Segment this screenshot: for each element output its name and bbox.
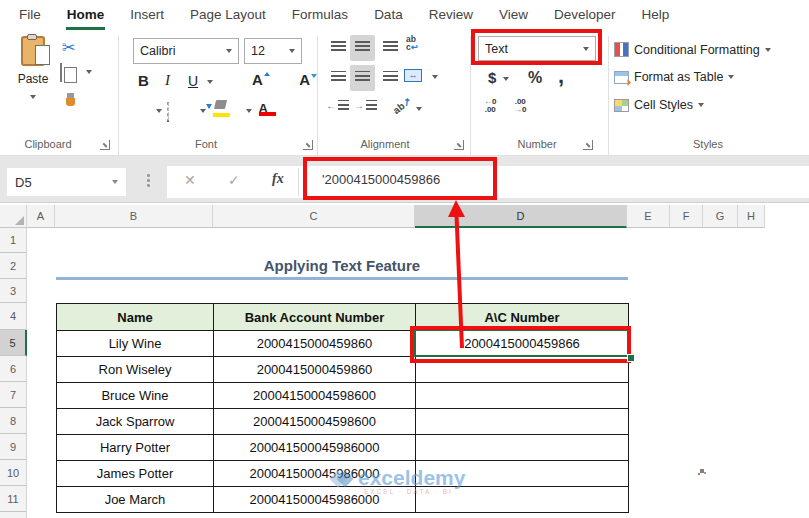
align-left-button[interactable]: [326, 65, 351, 91]
row-header-10[interactable]: 10: [0, 460, 27, 486]
number-dialog-launcher-icon[interactable]: [583, 140, 593, 150]
underline-button[interactable]: U: [188, 73, 198, 89]
fill-handle[interactable]: [627, 354, 635, 362]
row-header-3[interactable]: 3: [0, 279, 27, 303]
borders-chevron-icon[interactable]: [156, 109, 162, 113]
tab-help[interactable]: Help: [629, 0, 683, 30]
enter-button[interactable]: ✓: [228, 172, 240, 188]
column-header-b[interactable]: B: [55, 205, 213, 228]
column-header-f[interactable]: F: [670, 205, 703, 228]
bold-button[interactable]: B: [138, 72, 149, 89]
table-header-account[interactable]: Bank Account Number: [214, 304, 416, 331]
borders-button[interactable]: [167, 102, 169, 122]
cut-icon[interactable]: ✂: [62, 40, 75, 56]
text-orientation-button[interactable]: ab↗: [391, 95, 414, 116]
copy-chevron-icon[interactable]: [86, 70, 92, 74]
cell-b5-name[interactable]: Lily Wine: [57, 331, 214, 357]
currency-chevron-icon[interactable]: [503, 77, 509, 81]
font-color-button[interactable]: A: [259, 99, 268, 116]
tab-view[interactable]: View: [486, 0, 541, 30]
column-header-e[interactable]: E: [627, 205, 670, 228]
cell-b6-name[interactable]: Ron Wiseley: [57, 357, 214, 383]
cell-b9-name[interactable]: Harry Potter: [57, 435, 214, 461]
font-dialog-launcher-icon[interactable]: [303, 140, 313, 150]
merge-center-button[interactable]: ↔: [404, 69, 422, 82]
decrease-indent-button[interactable]: ←: [326, 100, 349, 111]
clipboard-dialog-launcher-icon[interactable]: [100, 140, 110, 150]
tab-data[interactable]: Data: [361, 0, 416, 30]
tab-page-layout[interactable]: Page Layout: [177, 0, 279, 30]
column-header-g[interactable]: G: [703, 205, 738, 228]
decrease-decimal-button[interactable]: .00 →0: [514, 98, 526, 114]
cell-c6-account[interactable]: 2000415000459860: [214, 357, 416, 383]
cancel-button[interactable]: ✕: [184, 172, 196, 188]
tab-formulas[interactable]: Formulas: [279, 0, 361, 30]
tab-review[interactable]: Review: [416, 0, 486, 30]
percent-format-button[interactable]: %: [528, 69, 542, 87]
name-box-chevron-icon[interactable]: [112, 180, 118, 184]
row-header-2[interactable]: 2: [0, 253, 27, 279]
cell-d9-ac-number[interactable]: [416, 435, 629, 461]
sheet-title[interactable]: Applying Text Feature: [56, 254, 628, 276]
fill-color-chevron-icon[interactable]: [200, 109, 206, 113]
format-as-table-button[interactable]: Format as Table: [614, 70, 734, 84]
increase-decimal-button[interactable]: ←0 .00: [484, 98, 496, 114]
cell-b10-name[interactable]: James Potter: [57, 461, 214, 487]
font-color-chevron-icon[interactable]: [246, 109, 252, 113]
align-right-button[interactable]: [378, 65, 403, 91]
row-header-9[interactable]: 9: [0, 434, 27, 460]
row-header-4[interactable]: 4: [0, 303, 27, 330]
name-box[interactable]: D5: [7, 168, 126, 196]
top-align-button[interactable]: [326, 35, 351, 61]
row-header-12-partial[interactable]: [0, 512, 27, 518]
cell-c8-account[interactable]: 20004150004598600: [214, 409, 416, 435]
row-header-5-selected[interactable]: 5: [0, 330, 27, 356]
increase-indent-button[interactable]: →: [354, 100, 377, 111]
cell-c9-account[interactable]: 200041500045986000: [214, 435, 416, 461]
cell-c5-account[interactable]: 2000415000459860: [214, 331, 416, 357]
decrease-font-size-button[interactable]: A: [299, 71, 310, 88]
center-button[interactable]: [350, 65, 375, 91]
tab-insert[interactable]: Insert: [117, 0, 177, 30]
cell-c7-account[interactable]: 20004150004598600: [214, 383, 416, 409]
increase-font-size-button[interactable]: A: [252, 71, 263, 88]
column-header-d-selected[interactable]: D: [415, 205, 627, 228]
row-header-6[interactable]: 6: [0, 356, 27, 382]
bottom-align-button[interactable]: [378, 35, 403, 61]
cell-d7-ac-number[interactable]: [416, 383, 629, 409]
column-header-h[interactable]: H: [738, 205, 765, 228]
cell-d8-ac-number[interactable]: [416, 409, 629, 435]
column-header-a[interactable]: A: [27, 205, 55, 228]
column-header-c[interactable]: C: [213, 205, 415, 228]
conditional-formatting-button[interactable]: Conditional Formatting: [614, 42, 771, 57]
insert-function-button[interactable]: fx: [272, 171, 284, 187]
cell-b7-name[interactable]: Bruce Wine: [57, 383, 214, 409]
row-header-1[interactable]: 1: [0, 228, 27, 253]
currency-format-button[interactable]: $: [488, 69, 496, 86]
watermark: exceldemy EXCEL · DATA · BI: [330, 468, 465, 495]
paste-button[interactable]: Paste: [10, 36, 56, 104]
middle-align-button[interactable]: [350, 35, 375, 61]
underline-chevron-icon[interactable]: [207, 80, 213, 84]
tab-file[interactable]: File: [6, 0, 54, 30]
row-header-7[interactable]: 7: [0, 382, 27, 408]
copy-icon[interactable]: [60, 63, 62, 82]
font-name-combobox[interactable]: Calibri: [133, 38, 239, 64]
cell-b8-name[interactable]: Jack Sparrow: [57, 409, 214, 435]
font-size-combobox[interactable]: 12: [244, 38, 302, 64]
cell-styles-button[interactable]: Cell Styles: [614, 98, 704, 112]
select-all-corner[interactable]: [0, 205, 27, 228]
tab-home[interactable]: Home: [54, 0, 118, 30]
row-header-11[interactable]: 11: [0, 486, 27, 512]
cell-b11-name[interactable]: Joe March: [57, 487, 214, 513]
row-header-8[interactable]: 8: [0, 408, 27, 434]
orientation-chevron-icon[interactable]: [416, 107, 422, 111]
comma-format-button[interactable]: ,: [558, 63, 564, 89]
wrap-text-button[interactable]: ab c↩: [406, 36, 418, 51]
merge-chevron-icon[interactable]: [432, 75, 438, 79]
alignment-dialog-launcher-icon[interactable]: [454, 140, 464, 150]
formula-bar-grip[interactable]: [147, 174, 150, 177]
italic-button[interactable]: I: [165, 72, 170, 89]
tab-developer[interactable]: Developer: [541, 0, 629, 30]
table-header-name[interactable]: Name: [57, 304, 214, 331]
